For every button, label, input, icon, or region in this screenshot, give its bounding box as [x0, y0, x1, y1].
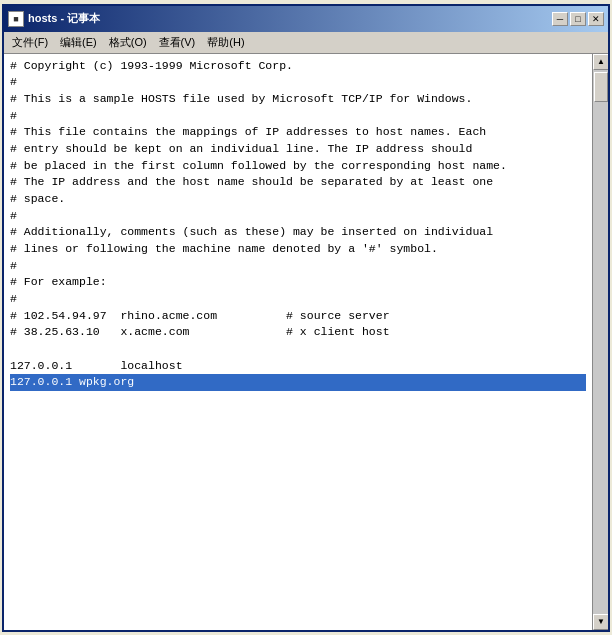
content-area: # Copyright (c) 1993-1999 Microsoft Corp… [4, 54, 608, 630]
title-buttons: ─ □ ✕ [552, 12, 604, 26]
scroll-down-button[interactable]: ▼ [593, 614, 608, 630]
minimize-button[interactable]: ─ [552, 12, 568, 26]
title-bar-left: ■ hosts - 记事本 [8, 11, 100, 27]
maximize-button[interactable]: □ [570, 12, 586, 26]
text-editor[interactable]: # Copyright (c) 1993-1999 Microsoft Corp… [4, 54, 592, 630]
scroll-thumb[interactable] [594, 72, 608, 102]
scroll-track[interactable] [593, 70, 608, 614]
scroll-up-button[interactable]: ▲ [593, 54, 608, 70]
title-bar: ■ hosts - 记事本 ─ □ ✕ [4, 6, 608, 32]
menu-help[interactable]: 帮助(H) [201, 33, 250, 52]
close-button[interactable]: ✕ [588, 12, 604, 26]
window-title: hosts - 记事本 [28, 11, 100, 26]
menu-file[interactable]: 文件(F) [6, 33, 54, 52]
menu-view[interactable]: 查看(V) [153, 33, 202, 52]
notepad-window: ■ hosts - 记事本 ─ □ ✕ 文件(F) 编辑(E) 格式(O) 查看… [2, 4, 610, 632]
app-icon: ■ [8, 11, 24, 27]
menu-edit[interactable]: 编辑(E) [54, 33, 103, 52]
menu-bar: 文件(F) 编辑(E) 格式(O) 查看(V) 帮助(H) [4, 32, 608, 54]
vertical-scrollbar[interactable]: ▲ ▼ [592, 54, 608, 630]
menu-format[interactable]: 格式(O) [103, 33, 153, 52]
